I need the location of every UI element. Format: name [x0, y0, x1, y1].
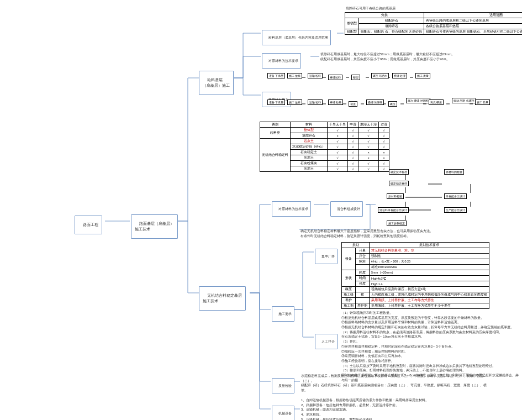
- t2c: 石灰土: [291, 139, 328, 144]
- t3c: 人的横向施工缝，需将已成独定的专用切线每段的做成与路中心线垂直的面度楼: [370, 292, 489, 298]
- flow2-0: 准备 下承层: [267, 99, 285, 105]
- flow2-5: 撒铺 填隙料: [366, 99, 384, 105]
- br2-b1-node: 集中厂拌: [315, 249, 338, 264]
- t3c: 采用薄膜、上封养护液、土工布等方式养生不少于养生: [370, 303, 489, 309]
- br1-node: 粒料基层 （底基层）施工: [199, 71, 234, 95]
- t3c: 时间: [356, 276, 370, 281]
- br1-label: 粒料基层 （底基层）施工: [203, 78, 230, 87]
- t3c: 对无机结合料剂量准、准、水: [370, 248, 489, 254]
- t2c: ×: [379, 155, 389, 161]
- t3c: 拌合: [356, 254, 370, 259]
- t2c: √: [348, 150, 358, 155]
- t3c: 施工缝: [342, 292, 356, 298]
- t3h: 类别技术要求: [370, 243, 489, 248]
- flow1-4: 整型: [351, 75, 360, 80]
- t2c: √: [328, 128, 348, 133]
- br1-a-note: 填隙碎石可用于各级公路的底基层: [346, 6, 396, 11]
- diagram-stage: 路面工程 路面基层（底基层） 施工技术 粒料基层 （底基层）施工 粒料基层（底基…: [0, 0, 522, 420]
- flow2-2: 运输 粒料: [308, 99, 323, 105]
- t2h: 中湿: [348, 122, 358, 128]
- br2-a-label: 对原材料的技术要求: [278, 207, 308, 211]
- t3c: Hig3.1.4: [370, 281, 489, 287]
- br2-label: 无机结合料稳定基层 施工技术: [203, 293, 242, 302]
- t2c: √: [379, 144, 389, 150]
- t2c: √: [328, 161, 348, 166]
- t1c: 各等级公路的底基层和二级以下公路的基层: [424, 18, 522, 24]
- t1h2: 适用范围: [424, 13, 522, 18]
- flow2-9: 振动 压路 机碾压: [452, 98, 476, 103]
- t2c: 无机结合料稳定料: [260, 139, 291, 172]
- br2-c-text: 水泥稳定料完成后，检测质量控制检料主要包括如下项目有：压实度（△）、平整度、纵断…: [301, 374, 521, 393]
- t2c: √: [379, 133, 389, 139]
- br2-d-node: 机械设备: [272, 406, 294, 420]
- t2c: 整体型: [291, 128, 328, 133]
- br2-b-label: 施工要求: [278, 312, 292, 316]
- br2-c-node: 质量检验: [272, 378, 294, 393]
- br1-a-node: 粒料基层（底基层）包括内容及适用范围: [262, 30, 331, 45]
- t1h1: 分类: [345, 13, 424, 18]
- t2c: ×: [358, 155, 379, 161]
- t3c: 强制性: [370, 254, 489, 259]
- br1-b-note: 填隙碎石用做基层时，最大粒径不应超过53mm；用做底基层时，最大粒径不应超过63…: [320, 52, 519, 61]
- t2c: 水泥土: [291, 155, 328, 161]
- t3c: 形状: [342, 270, 356, 287]
- t2c: ×: [379, 150, 389, 155]
- t2c: √: [328, 139, 348, 144]
- flow2-3: 摊铺 粒料: [328, 99, 343, 105]
- t2c: √: [379, 128, 389, 133]
- t2c: √: [328, 166, 348, 172]
- t2c: √: [358, 128, 379, 133]
- flow1-7: 施工 质量: [415, 73, 430, 78]
- t2c: 水泥土: [291, 166, 328, 172]
- root-label: 路面工程: [83, 223, 98, 227]
- t1c: 级配型: [345, 29, 359, 35]
- br2-b1-label: 集中厂拌: [321, 255, 335, 258]
- t3c: 养护: [342, 298, 356, 303]
- root-node: 路面工程: [75, 216, 102, 234]
- br1-a-label: 粒料基层（底基层）包括内容及适用范围: [268, 36, 328, 39]
- t3c: High4±1℃: [370, 276, 489, 281]
- t2c: √: [328, 150, 348, 155]
- br2-b2-node: 人工拌合: [315, 334, 338, 349]
- t2c: √: [328, 155, 348, 161]
- t2h: 干旱无干旱: [328, 122, 348, 128]
- t2h: 过湿: [379, 122, 389, 128]
- flow2-10: 施工 质量: [475, 99, 490, 105]
- flow3-l1: 确定稳定材料: [389, 181, 409, 186]
- flow1-6: 横缝 处理: [392, 73, 407, 78]
- t2c: ×: [358, 150, 379, 155]
- br2-node: 无机结合料稳定基层 施工技术: [199, 286, 246, 311]
- t3c: 计量: [356, 248, 370, 254]
- t2c: √: [348, 133, 358, 139]
- flow3-l4: 施工参数确定: [387, 221, 407, 226]
- t1c: 填隙碎石: [359, 24, 424, 29]
- t3c: 碎石：长×宽＞200：大0.25: [370, 259, 489, 265]
- br1-a-table: 分类 适用范围 嵌锁型 级配碎石 各等级公路的底基层和二级以下公路的基层 填隙碎…: [345, 12, 522, 35]
- t3h: 类别: [342, 243, 370, 248]
- flow2-7: 再次 撒铺 填隙料: [406, 98, 430, 103]
- t2c: 石灰粉煤灰: [291, 161, 328, 166]
- t2c: √: [379, 161, 389, 166]
- t2c: √: [379, 166, 389, 172]
- flow3-l2: 原材料检验: [387, 193, 404, 199]
- t3c: 标准: [356, 259, 370, 265]
- t1c: 级配碎石可作各等级的基层 级配砾石、天然砂砾可作二级以下公路的基层以及各级公路的…: [424, 29, 522, 35]
- t3c: 5mm（+20mm）: [370, 270, 489, 276]
- level2-node: 路面基层（底基层） 施工技术: [131, 214, 178, 239]
- t1c: 级配碎石: [359, 18, 424, 24]
- br2-a-note: 确定无机结合料稳定材料最大干密度指标，宜采用重型击实方法，也可采用振动压实方法。…: [300, 229, 521, 238]
- t2h: 材料: [291, 122, 328, 128]
- t2c: √: [348, 128, 358, 133]
- t3c: 现场铺筑后应及时碾压，初压力宜1吨: [370, 287, 489, 292]
- t2c: 粒料类: [260, 128, 291, 139]
- t2c: 填隙碎石: [291, 133, 328, 139]
- level2-label: 路面基层（底基层） 施工技术: [135, 222, 174, 230]
- t3c: 碾压: [342, 287, 356, 292]
- t2c: √: [358, 133, 379, 139]
- br2-a-node: 对原材料的技术要求: [272, 201, 311, 217]
- t3c: 设备: [342, 248, 356, 270]
- t1c: 嵌锁型: [345, 18, 359, 29]
- flow3-r0: 原材料的检验: [444, 169, 464, 175]
- flow2-6: 碾压: [388, 101, 397, 107]
- br2-b-node: 施工要求: [272, 306, 294, 322]
